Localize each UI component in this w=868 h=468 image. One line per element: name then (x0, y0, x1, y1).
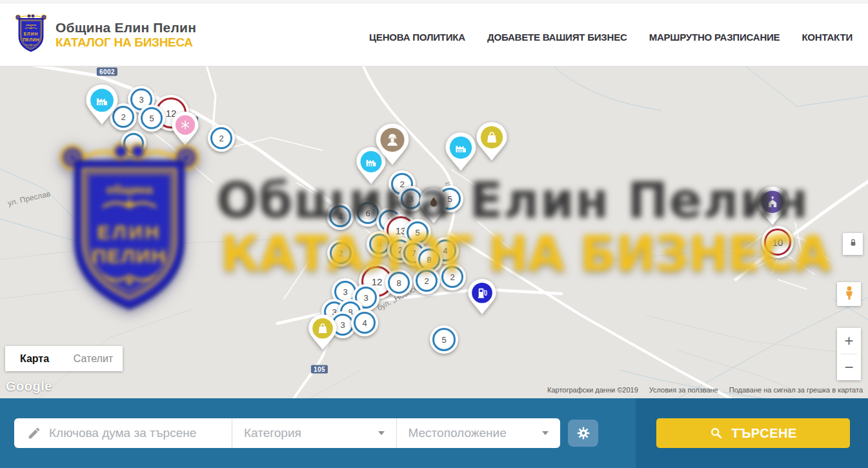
map-marker-cluster[interactable]: 10 (762, 226, 794, 258)
map-marker-cluster[interactable]: 4 (351, 309, 378, 336)
map-marker-pin-bag[interactable] (476, 121, 508, 162)
attribution-copyright: Картографски данни ©2019 (547, 386, 638, 394)
map-marker-pin-fuel[interactable] (467, 278, 497, 316)
search-button-label: ТЪРСЕНЕ (731, 426, 797, 441)
map-marker-pin-bag[interactable] (308, 314, 338, 351)
map-marker-cluster[interactable]: 2 (439, 263, 466, 290)
cluster-count: 2 (330, 242, 352, 264)
map-attribution: Картографски данни ©2019 Условия за полз… (547, 386, 863, 394)
keyword-search-input[interactable] (49, 426, 232, 440)
cluster-count: 2 (210, 127, 232, 149)
nav-route-schedule[interactable]: МАРШРУТНО РАЗПИСАНИЕ (649, 32, 780, 43)
cluster-count: 10 (764, 229, 791, 256)
svg-text:ЕЛИН: ЕЛИН (24, 32, 39, 36)
advanced-settings-button[interactable] (568, 420, 598, 447)
chevron-down-icon (378, 431, 385, 435)
cluster-count: 4 (329, 205, 351, 227)
logo-subtitle: КАТАЛОГ НА БИЗНЕСА (56, 36, 196, 50)
map-marker-pin-factory[interactable] (85, 84, 119, 126)
cluster-count: 5 (432, 328, 456, 351)
map-type-satellite-button[interactable]: Сателит (64, 346, 123, 371)
pegman-icon (841, 284, 858, 305)
cluster-count: 2 (416, 270, 438, 292)
map-marker-cluster[interactable]: 8 (385, 269, 412, 296)
zoom-in-button[interactable]: + (837, 328, 861, 354)
nav-contacts[interactable]: КОНТАКТИ (802, 32, 853, 43)
map-marker-cluster[interactable]: 4 (327, 203, 354, 230)
location-select[interactable]: Местоположение (397, 418, 561, 448)
map-marker-pin-factory[interactable] (445, 132, 477, 172)
category-select-label: Категория (244, 426, 301, 440)
map-marker-pin-beauty[interactable] (171, 111, 199, 147)
google-logo[interactable]: Google (6, 379, 52, 394)
map-marker-pin-drop[interactable] (419, 187, 449, 225)
category-select[interactable]: Категория (232, 418, 396, 448)
pencil-icon (27, 426, 41, 440)
search-fields-group: Категория Местоположение (14, 418, 560, 448)
cluster-count: 8 (388, 272, 410, 294)
municipality-crest-icon: община ЕЛИН ПЕЛИН (14, 13, 48, 57)
map-marker-cluster[interactable] (121, 130, 146, 156)
search-icon (709, 426, 723, 440)
map-marker-cluster[interactable]: 2 (208, 125, 235, 152)
site-header: община ЕЛИН ПЕЛИН Община Елин Пелин КАТА… (0, 0, 868, 66)
svg-text:ПЕЛИН: ПЕЛИН (23, 37, 39, 41)
map-marker-cluster[interactable]: 5 (138, 105, 165, 132)
site-logo[interactable]: община ЕЛИН ПЕЛИН Община Елин Пелин КАТА… (14, 13, 196, 57)
nav-add-your-business[interactable]: ДОБАВЕТЕ ВАШИЯТ БИЗНЕС (487, 32, 627, 43)
attribution-terms-link[interactable]: Условия за ползване (649, 386, 718, 394)
map-marker-pin-church[interactable] (756, 186, 789, 227)
map-canvas[interactable]: ул. Преславбул. „Новоселци“ 6002105 3212… (0, 66, 868, 398)
map-type-map-button[interactable]: Карта (5, 346, 64, 371)
cluster-count: 6 (357, 202, 379, 224)
gear-icon (576, 425, 591, 441)
map-marker-cluster[interactable]: 2 (413, 267, 440, 294)
page: община ЕЛИН ПЕЛИН Община Елин Пелин КАТА… (0, 0, 868, 468)
search-button[interactable]: ТЪРСЕНЕ (656, 418, 850, 448)
cluster-count: 5 (141, 107, 163, 129)
chevron-down-icon (542, 431, 549, 435)
zoom-out-button[interactable]: − (837, 354, 861, 380)
map-type-switcher: Карта Сателит (5, 346, 123, 371)
lock-icon (847, 236, 860, 252)
road-number-label: 6002 (97, 68, 117, 76)
map-marker-cluster[interactable]: 2 (327, 239, 354, 267)
lock-button[interactable] (843, 233, 863, 255)
street-view-pegman-button[interactable] (837, 282, 861, 306)
location-select-label: Местоположение (409, 426, 507, 440)
zoom-controls: + − (837, 328, 861, 380)
cluster-count: 2 (441, 266, 463, 288)
map-marker-cluster[interactable]: 5 (430, 325, 458, 354)
main-nav: ЦЕНОВА ПОЛИТИКА ДОБАВЕТЕ ВАШИЯТ БИЗНЕС М… (369, 32, 853, 43)
cluster-count (123, 133, 144, 154)
cluster-count: 4 (354, 312, 376, 334)
svg-text:община: община (26, 23, 37, 26)
attribution-report-error-link[interactable]: Подаване на сигнал за грешка в картата (729, 386, 863, 394)
road-number-label: 105 (311, 365, 328, 374)
map-marker-pin-worker[interactable] (375, 123, 410, 167)
search-bar: Категория Местоположение (0, 398, 868, 468)
nav-pricing-policy[interactable]: ЦЕНОВА ПОЛИТИКА (369, 32, 465, 43)
logo-title: Община Елин Пелин (56, 20, 196, 36)
